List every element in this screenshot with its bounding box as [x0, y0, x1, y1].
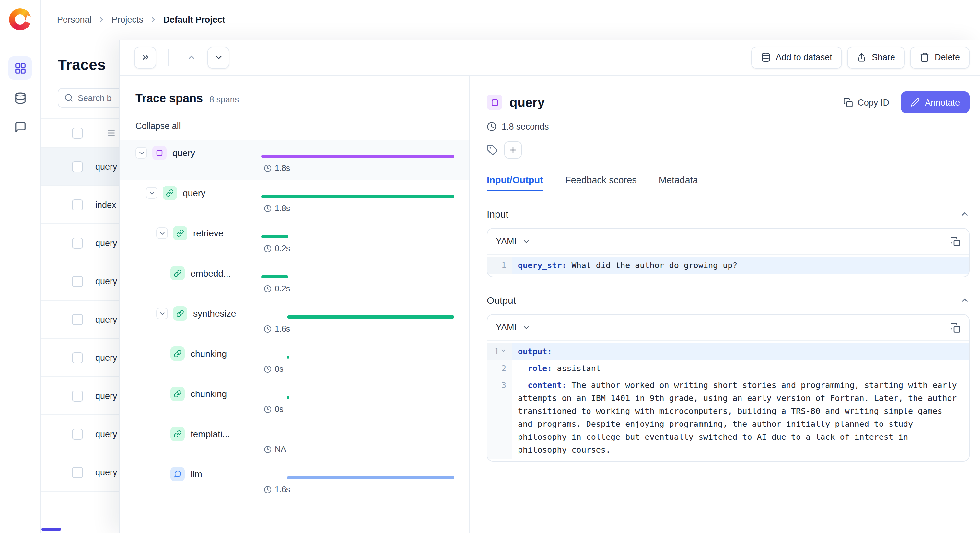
- link-icon: [170, 387, 185, 401]
- clock-icon: [487, 122, 496, 132]
- copy-icon[interactable]: [950, 322, 961, 333]
- traces-list-panel: Traces query index query query query que…: [41, 40, 120, 533]
- copy-icon[interactable]: [950, 236, 961, 246]
- span-row[interactable]: chunking 0s: [120, 341, 469, 381]
- sidebar-item-feedback[interactable]: [8, 115, 32, 139]
- span-row[interactable]: query 1.8s: [120, 140, 469, 180]
- copy-id-button[interactable]: Copy ID: [843, 97, 889, 107]
- breadcrumb-current-project[interactable]: Default Project: [163, 15, 225, 25]
- output-section-header: Output: [487, 295, 970, 306]
- table-row[interactable]: query: [41, 148, 120, 186]
- left-sidebar: [0, 0, 41, 533]
- span-row[interactable]: query 1.8s: [120, 180, 469, 220]
- table-row[interactable]: query: [41, 262, 120, 300]
- annotate-button[interactable]: Annotate: [901, 91, 970, 113]
- span-row[interactable]: synthesize 1.6s: [120, 300, 469, 341]
- input-code-box: YAML 1 query_str: What did the author do…: [487, 228, 970, 277]
- trace-icon: [487, 95, 502, 110]
- horizontal-scrollbar[interactable]: [41, 528, 61, 531]
- span-row[interactable]: retrieve 0.2s: [120, 220, 469, 260]
- previous-trace-button[interactable]: [180, 46, 202, 68]
- table-row[interactable]: query: [41, 377, 120, 415]
- comet-logo[interactable]: [9, 8, 31, 30]
- duration-bar: [287, 396, 289, 399]
- chevron-down-icon[interactable]: [156, 227, 168, 239]
- column-menu-icon[interactable]: [106, 128, 116, 138]
- traces-table-header: [41, 118, 120, 148]
- tab-input-output[interactable]: Input/Output: [487, 175, 543, 191]
- search-input[interactable]: [58, 88, 120, 108]
- trace-icon: [152, 146, 167, 160]
- search-field[interactable]: [78, 93, 120, 103]
- select-all-checkbox[interactable]: [72, 127, 83, 138]
- table-row[interactable]: query: [41, 339, 120, 377]
- duration-bar: [261, 155, 454, 158]
- format-select[interactable]: YAML: [496, 236, 530, 246]
- breadcrumb-projects[interactable]: Projects: [112, 15, 143, 25]
- chevron-down-icon[interactable]: [135, 147, 147, 159]
- collapse-output-button[interactable]: [960, 295, 970, 305]
- toolbar-divider: [168, 49, 169, 66]
- code-line: 2 role: assistant: [487, 360, 969, 377]
- add-tag-button[interactable]: [504, 141, 522, 159]
- format-select[interactable]: YAML: [496, 322, 530, 332]
- row-checkbox[interactable]: [72, 237, 83, 248]
- tags-row: [487, 141, 970, 159]
- trace-duration: 1.8 seconds: [487, 122, 970, 132]
- tab-metadata[interactable]: Metadata: [659, 175, 698, 191]
- breadcrumb-personal[interactable]: Personal: [57, 15, 92, 25]
- table-row[interactable]: index: [41, 186, 120, 224]
- search-icon: [64, 93, 73, 102]
- link-icon: [170, 427, 185, 441]
- app: Personal Projects Default Project Traces: [0, 0, 980, 533]
- sidebar-item-projects[interactable]: [8, 56, 32, 80]
- row-checkbox[interactable]: [72, 199, 83, 210]
- delete-button[interactable]: Delete: [910, 46, 970, 68]
- duration-bar: [261, 235, 288, 238]
- row-checkbox[interactable]: [72, 466, 83, 477]
- chevron-right-icon: [149, 16, 158, 24]
- code-line: 1 query_str: What did the author do grow…: [487, 257, 969, 274]
- copy-icon: [843, 97, 853, 107]
- share-icon: [857, 52, 867, 62]
- table-row[interactable]: query: [41, 300, 120, 339]
- link-icon: [173, 306, 187, 320]
- link-icon: [170, 346, 185, 361]
- span-row[interactable]: templati... NA: [120, 421, 469, 461]
- top-bar: Personal Projects Default Project: [0, 0, 980, 40]
- row-checkbox[interactable]: [72, 161, 83, 172]
- span-row[interactable]: chunking 0s: [120, 381, 469, 421]
- table-row[interactable]: query: [41, 224, 120, 262]
- tag-icon: [487, 144, 498, 155]
- next-trace-button[interactable]: [207, 46, 229, 68]
- table-row[interactable]: query: [41, 453, 120, 492]
- spans-count: 8 spans: [209, 95, 239, 104]
- collapse-input-button[interactable]: [960, 209, 970, 219]
- chevron-down-icon[interactable]: [156, 308, 168, 319]
- row-checkbox[interactable]: [72, 390, 83, 401]
- row-checkbox[interactable]: [72, 352, 83, 363]
- row-checkbox[interactable]: [72, 314, 83, 325]
- span-tree: query 1.8s query 1.8s: [120, 140, 469, 501]
- line-number: 2: [487, 360, 512, 377]
- tab-feedback-scores[interactable]: Feedback scores: [565, 175, 637, 191]
- span-row[interactable]: llm 1.6s: [120, 461, 469, 501]
- sidebar-item-datasets[interactable]: [8, 86, 32, 109]
- table-row[interactable]: query: [41, 415, 120, 453]
- breadcrumb: Personal Projects Default Project: [57, 0, 225, 40]
- add-to-dataset-button[interactable]: Add to dataset: [751, 46, 842, 68]
- row-checkbox[interactable]: [72, 428, 83, 439]
- link-icon: [163, 186, 177, 200]
- span-row[interactable]: embedd... 0.2s: [120, 260, 469, 300]
- share-button[interactable]: Share: [847, 46, 905, 68]
- input-section-header: Input: [487, 209, 970, 219]
- traces-table: query index query query query query quer…: [41, 118, 120, 492]
- share-label: Share: [872, 52, 895, 62]
- chevron-down-icon[interactable]: [146, 187, 158, 199]
- fold-caret-icon[interactable]: [500, 348, 506, 354]
- collapse-all-button[interactable]: Collapse all: [135, 121, 181, 131]
- span-detail-panel: query Copy ID Annotate 1.8 s: [470, 76, 980, 533]
- expand-panel-button[interactable]: [134, 46, 156, 68]
- row-checkbox[interactable]: [72, 276, 83, 287]
- trash-icon: [920, 52, 929, 62]
